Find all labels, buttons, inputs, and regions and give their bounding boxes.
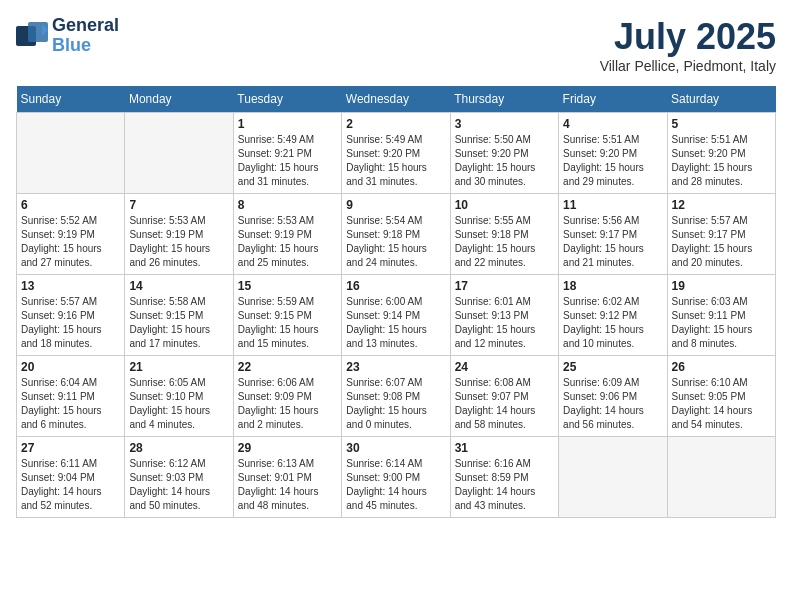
header-tuesday: Tuesday (233, 86, 341, 113)
day-cell: 10Sunrise: 5:55 AM Sunset: 9:18 PM Dayli… (450, 194, 558, 275)
day-info: Sunrise: 6:07 AM Sunset: 9:08 PM Dayligh… (346, 376, 445, 432)
day-number: 6 (21, 198, 120, 212)
day-number: 11 (563, 198, 662, 212)
day-number: 12 (672, 198, 771, 212)
day-info: Sunrise: 6:08 AM Sunset: 9:07 PM Dayligh… (455, 376, 554, 432)
day-cell: 7Sunrise: 5:53 AM Sunset: 9:19 PM Daylig… (125, 194, 233, 275)
day-cell: 24Sunrise: 6:08 AM Sunset: 9:07 PM Dayli… (450, 356, 558, 437)
day-cell: 28Sunrise: 6:12 AM Sunset: 9:03 PM Dayli… (125, 437, 233, 518)
day-cell: 30Sunrise: 6:14 AM Sunset: 9:00 PM Dayli… (342, 437, 450, 518)
day-cell: 18Sunrise: 6:02 AM Sunset: 9:12 PM Dayli… (559, 275, 667, 356)
week-row-0: 1Sunrise: 5:49 AM Sunset: 9:21 PM Daylig… (17, 113, 776, 194)
day-number: 23 (346, 360, 445, 374)
day-info: Sunrise: 5:52 AM Sunset: 9:19 PM Dayligh… (21, 214, 120, 270)
day-cell: 14Sunrise: 5:58 AM Sunset: 9:15 PM Dayli… (125, 275, 233, 356)
day-number: 31 (455, 441, 554, 455)
day-cell: 19Sunrise: 6:03 AM Sunset: 9:11 PM Dayli… (667, 275, 775, 356)
day-number: 30 (346, 441, 445, 455)
calendar-header: SundayMondayTuesdayWednesdayThursdayFrid… (17, 86, 776, 113)
day-info: Sunrise: 6:13 AM Sunset: 9:01 PM Dayligh… (238, 457, 337, 513)
header-saturday: Saturday (667, 86, 775, 113)
day-info: Sunrise: 5:57 AM Sunset: 9:17 PM Dayligh… (672, 214, 771, 270)
day-cell: 31Sunrise: 6:16 AM Sunset: 8:59 PM Dayli… (450, 437, 558, 518)
day-info: Sunrise: 6:09 AM Sunset: 9:06 PM Dayligh… (563, 376, 662, 432)
day-number: 1 (238, 117, 337, 131)
day-cell (667, 437, 775, 518)
day-info: Sunrise: 6:05 AM Sunset: 9:10 PM Dayligh… (129, 376, 228, 432)
day-info: Sunrise: 5:55 AM Sunset: 9:18 PM Dayligh… (455, 214, 554, 270)
day-cell (125, 113, 233, 194)
logo: General Blue (16, 16, 119, 56)
day-number: 26 (672, 360, 771, 374)
day-info: Sunrise: 5:54 AM Sunset: 9:18 PM Dayligh… (346, 214, 445, 270)
day-cell: 17Sunrise: 6:01 AM Sunset: 9:13 PM Dayli… (450, 275, 558, 356)
day-info: Sunrise: 5:50 AM Sunset: 9:20 PM Dayligh… (455, 133, 554, 189)
day-cell: 23Sunrise: 6:07 AM Sunset: 9:08 PM Dayli… (342, 356, 450, 437)
day-number: 24 (455, 360, 554, 374)
header-sunday: Sunday (17, 86, 125, 113)
day-number: 7 (129, 198, 228, 212)
day-number: 4 (563, 117, 662, 131)
day-info: Sunrise: 5:59 AM Sunset: 9:15 PM Dayligh… (238, 295, 337, 351)
day-info: Sunrise: 6:00 AM Sunset: 9:14 PM Dayligh… (346, 295, 445, 351)
day-number: 10 (455, 198, 554, 212)
header-friday: Friday (559, 86, 667, 113)
day-cell (17, 113, 125, 194)
day-cell: 12Sunrise: 5:57 AM Sunset: 9:17 PM Dayli… (667, 194, 775, 275)
day-number: 13 (21, 279, 120, 293)
day-number: 8 (238, 198, 337, 212)
day-cell: 15Sunrise: 5:59 AM Sunset: 9:15 PM Dayli… (233, 275, 341, 356)
day-cell: 5Sunrise: 5:51 AM Sunset: 9:20 PM Daylig… (667, 113, 775, 194)
week-row-2: 13Sunrise: 5:57 AM Sunset: 9:16 PM Dayli… (17, 275, 776, 356)
day-cell: 13Sunrise: 5:57 AM Sunset: 9:16 PM Dayli… (17, 275, 125, 356)
day-cell: 3Sunrise: 5:50 AM Sunset: 9:20 PM Daylig… (450, 113, 558, 194)
day-info: Sunrise: 5:58 AM Sunset: 9:15 PM Dayligh… (129, 295, 228, 351)
day-cell: 11Sunrise: 5:56 AM Sunset: 9:17 PM Dayli… (559, 194, 667, 275)
day-info: Sunrise: 6:10 AM Sunset: 9:05 PM Dayligh… (672, 376, 771, 432)
day-info: Sunrise: 5:49 AM Sunset: 9:20 PM Dayligh… (346, 133, 445, 189)
logo-text-line2: Blue (52, 36, 119, 56)
day-info: Sunrise: 5:51 AM Sunset: 9:20 PM Dayligh… (672, 133, 771, 189)
day-cell: 16Sunrise: 6:00 AM Sunset: 9:14 PM Dayli… (342, 275, 450, 356)
day-info: Sunrise: 6:14 AM Sunset: 9:00 PM Dayligh… (346, 457, 445, 513)
day-number: 22 (238, 360, 337, 374)
day-cell: 20Sunrise: 6:04 AM Sunset: 9:11 PM Dayli… (17, 356, 125, 437)
day-number: 2 (346, 117, 445, 131)
day-cell: 6Sunrise: 5:52 AM Sunset: 9:19 PM Daylig… (17, 194, 125, 275)
header-wednesday: Wednesday (342, 86, 450, 113)
day-info: Sunrise: 6:04 AM Sunset: 9:11 PM Dayligh… (21, 376, 120, 432)
day-cell: 1Sunrise: 5:49 AM Sunset: 9:21 PM Daylig… (233, 113, 341, 194)
day-cell: 2Sunrise: 5:49 AM Sunset: 9:20 PM Daylig… (342, 113, 450, 194)
title-block: July 2025 Villar Pellice, Piedmont, Ital… (600, 16, 776, 74)
header-thursday: Thursday (450, 86, 558, 113)
day-info: Sunrise: 5:53 AM Sunset: 9:19 PM Dayligh… (129, 214, 228, 270)
day-cell (559, 437, 667, 518)
day-info: Sunrise: 6:16 AM Sunset: 8:59 PM Dayligh… (455, 457, 554, 513)
day-cell: 27Sunrise: 6:11 AM Sunset: 9:04 PM Dayli… (17, 437, 125, 518)
day-info: Sunrise: 6:12 AM Sunset: 9:03 PM Dayligh… (129, 457, 228, 513)
day-cell: 26Sunrise: 6:10 AM Sunset: 9:05 PM Dayli… (667, 356, 775, 437)
day-info: Sunrise: 6:03 AM Sunset: 9:11 PM Dayligh… (672, 295, 771, 351)
page-header: General Blue July 2025 Villar Pellice, P… (16, 16, 776, 74)
day-cell: 4Sunrise: 5:51 AM Sunset: 9:20 PM Daylig… (559, 113, 667, 194)
day-number: 15 (238, 279, 337, 293)
day-number: 17 (455, 279, 554, 293)
logo-icon (16, 22, 48, 50)
day-number: 28 (129, 441, 228, 455)
day-number: 9 (346, 198, 445, 212)
day-info: Sunrise: 6:06 AM Sunset: 9:09 PM Dayligh… (238, 376, 337, 432)
day-number: 14 (129, 279, 228, 293)
day-number: 5 (672, 117, 771, 131)
day-number: 20 (21, 360, 120, 374)
day-info: Sunrise: 5:49 AM Sunset: 9:21 PM Dayligh… (238, 133, 337, 189)
day-cell: 8Sunrise: 5:53 AM Sunset: 9:19 PM Daylig… (233, 194, 341, 275)
day-number: 21 (129, 360, 228, 374)
day-info: Sunrise: 5:53 AM Sunset: 9:19 PM Dayligh… (238, 214, 337, 270)
day-info: Sunrise: 6:11 AM Sunset: 9:04 PM Dayligh… (21, 457, 120, 513)
day-number: 27 (21, 441, 120, 455)
day-info: Sunrise: 5:57 AM Sunset: 9:16 PM Dayligh… (21, 295, 120, 351)
week-row-4: 27Sunrise: 6:11 AM Sunset: 9:04 PM Dayli… (17, 437, 776, 518)
day-number: 16 (346, 279, 445, 293)
day-info: Sunrise: 5:56 AM Sunset: 9:17 PM Dayligh… (563, 214, 662, 270)
day-cell: 9Sunrise: 5:54 AM Sunset: 9:18 PM Daylig… (342, 194, 450, 275)
